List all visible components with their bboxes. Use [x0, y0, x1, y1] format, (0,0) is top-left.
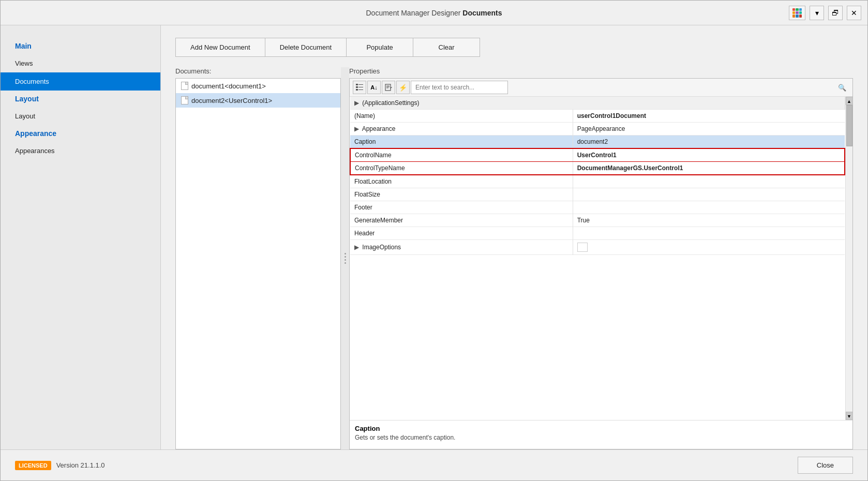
lightning-icon: ⚡: [399, 84, 407, 92]
table-row[interactable]: Footer: [350, 201, 845, 214]
splitter-handle: [345, 253, 346, 264]
license-section: LICENSED Version 21.1.1.0: [15, 461, 105, 470]
table-row[interactable]: ▶ Appearance PageAppearance: [350, 123, 845, 136]
properties-search-input[interactable]: [411, 81, 508, 94]
close-button[interactable]: Close: [798, 457, 853, 474]
toolbar: Add New Document Delete Document Populat…: [175, 38, 853, 57]
scrollbar[interactable]: ▲ ▼: [845, 97, 852, 420]
sidebar-item-views[interactable]: Views: [1, 54, 160, 72]
props-lightning-btn[interactable]: ⚡: [396, 81, 410, 94]
svg-rect-4: [356, 89, 358, 91]
scroll-down-btn[interactable]: ▼: [846, 412, 853, 420]
svg-rect-1: [358, 84, 363, 85]
close-window-btn[interactable]: ✕: [847, 6, 861, 20]
dropdown-btn[interactable]: ▾: [810, 6, 824, 20]
table-row[interactable]: Caption document2: [350, 136, 845, 149]
search-wrapper: 🔍: [411, 81, 849, 94]
version-text: Version 21.1.1.0: [56, 461, 105, 469]
search-icon: 🔍: [838, 84, 846, 92]
panel-splitter[interactable]: [341, 67, 349, 449]
svg-rect-6: [385, 84, 391, 91]
categorized-icon: [355, 83, 364, 92]
doc-page-icon-2: [181, 96, 188, 104]
props-toolbar: A↓: [350, 79, 852, 97]
table-row[interactable]: (Name) userControl1Document: [350, 110, 845, 123]
grid-icon-button[interactable]: [789, 6, 805, 20]
svg-rect-0: [356, 84, 358, 85]
scroll-up-btn[interactable]: ▲: [846, 97, 853, 105]
properties-description: Caption Gets or sets the document's capt…: [350, 420, 852, 449]
documents-list[interactable]: document1<document1> document2<UserContr…: [175, 78, 341, 449]
table-row[interactable]: Header: [350, 227, 845, 240]
scroll-thumb[interactable]: [846, 105, 852, 146]
properties-grid[interactable]: ▶ (ApplicationSettings) (Name) userContr…: [350, 97, 845, 420]
svg-rect-5: [358, 89, 363, 90]
licensed-badge: LICENSED: [15, 461, 51, 470]
bottom-bar: LICENSED Version 21.1.1.0 Close: [1, 449, 867, 480]
table-row[interactable]: ▶ ImageOptions: [350, 240, 845, 255]
document-item-1[interactable]: document1<document1>: [176, 79, 340, 93]
sidebar-item-layout-header[interactable]: Layout: [1, 91, 160, 107]
restore-btn[interactable]: 🗗: [828, 6, 843, 20]
properties-table: ▶ (ApplicationSettings) (Name) userContr…: [350, 97, 845, 255]
edit-icon: [384, 83, 393, 92]
table-row[interactable]: FloatLocation: [350, 175, 845, 188]
properties-container: A↓: [349, 78, 853, 449]
sidebar-item-main[interactable]: Main: [1, 38, 160, 54]
table-row[interactable]: GenerateMember True: [350, 214, 845, 227]
title-bar: Document Manager Designer Documents ▾ 🗗: [1, 1, 867, 25]
sidebar-item-layout[interactable]: Layout: [1, 107, 160, 125]
props-edit-btn[interactable]: [382, 81, 395, 94]
sidebar-item-appearances[interactable]: Appearances: [1, 142, 160, 160]
svg-rect-2: [356, 86, 358, 88]
table-row[interactable]: ControlTypeName DocumentManagerGS.UserCo…: [350, 162, 845, 175]
right-panel: Add New Document Delete Document Populat…: [161, 25, 867, 449]
props-alphabetical-btn[interactable]: A↓: [367, 81, 381, 94]
populate-button[interactable]: Populate: [346, 38, 413, 57]
colorful-grid-icon: [792, 8, 802, 18]
expand-arrow-icon: ▶: [354, 244, 361, 251]
expand-arrow-icon: ▶: [354, 125, 361, 132]
sidebar-item-documents[interactable]: Documents: [1, 72, 160, 91]
window-title: Document Manager Designer Documents: [366, 9, 502, 17]
main-window: Document Manager Designer Documents ▾ 🗗: [0, 0, 868, 481]
document-item-2[interactable]: document2<UserControl1>: [176, 93, 340, 108]
properties-label: Properties: [349, 67, 853, 75]
table-row[interactable]: ▶ (ApplicationSettings): [350, 97, 845, 110]
content-area: Documents: document1<document1> document…: [175, 67, 853, 449]
doc-page-icon-1: [181, 82, 188, 90]
description-title: Caption: [355, 425, 847, 432]
documents-panel: Documents: document1<document1> document…: [175, 67, 341, 449]
documents-label: Documents:: [175, 67, 341, 75]
clear-button[interactable]: Clear: [413, 38, 480, 57]
alphabetical-icon: A↓: [370, 84, 377, 91]
expand-arrow-icon: ▶: [354, 99, 361, 107]
description-text: Gets or sets the document's caption.: [355, 434, 847, 441]
table-row[interactable]: ControlName UserControl1: [350, 148, 845, 162]
table-row[interactable]: FloatSize: [350, 188, 845, 201]
svg-rect-3: [358, 87, 363, 87]
properties-panel: Properties: [349, 67, 853, 449]
add-new-document-button[interactable]: Add New Document: [175, 38, 265, 57]
sidebar: Main Views Documents Layout Layout Appea…: [1, 25, 161, 449]
props-categorized-btn[interactable]: [353, 81, 366, 94]
delete-document-button[interactable]: Delete Document: [265, 38, 347, 57]
main-content: Main Views Documents Layout Layout Appea…: [1, 25, 867, 449]
sidebar-item-appearance-header[interactable]: Appearance: [1, 125, 160, 142]
